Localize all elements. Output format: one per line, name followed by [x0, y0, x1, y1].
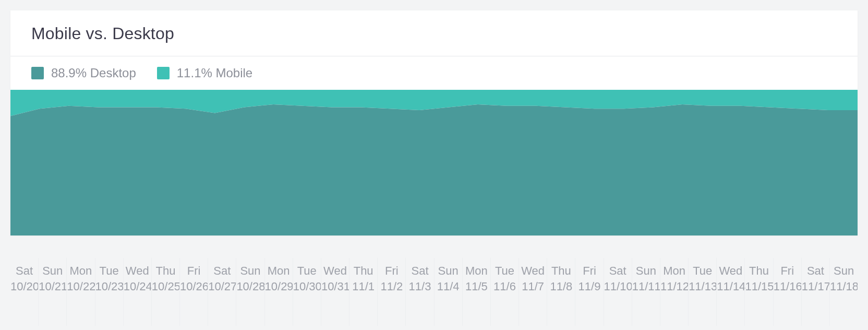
x-axis-tick: Tue10/30 [293, 258, 321, 326]
x-axis-tick: Wed11/14 [716, 258, 744, 326]
legend: 88.9% Desktop 11.1% Mobile [10, 56, 858, 90]
legend-label-mobile: 11.1% Mobile [177, 66, 252, 80]
x-axis-tick: Thu11/8 [547, 258, 575, 326]
card-header: Mobile vs. Desktop [10, 10, 858, 56]
stacked-area-chart [10, 90, 858, 235]
x-axis-tick: Wed10/31 [321, 258, 349, 326]
legend-label-desktop: 88.9% Desktop [51, 66, 136, 80]
x-axis-tick: Wed11/7 [519, 258, 547, 326]
x-axis-tick: Sat11/10 [604, 258, 632, 326]
x-axis-tick: Tue11/6 [490, 258, 519, 326]
x-axis-tick: Sat11/17 [801, 258, 829, 326]
x-axis-tick: Sun11/18 [829, 258, 858, 326]
x-axis-tick: Tue10/23 [95, 258, 123, 326]
x-axis-tick: Sat10/20 [10, 258, 38, 326]
x-axis-tick: Thu11/15 [744, 258, 773, 326]
x-axis-tick: Sun10/28 [236, 258, 264, 326]
x-axis-tick: Sun10/21 [38, 258, 66, 326]
legend-swatch-desktop [31, 67, 44, 79]
x-axis: Sat10/20Sun10/21Mon10/22Tue10/23Wed10/24… [10, 258, 858, 326]
x-axis-tick: Fri10/26 [179, 258, 208, 326]
x-axis-tick: Sat10/27 [208, 258, 236, 326]
x-axis-tick: Wed10/24 [123, 258, 151, 326]
chart-title: Mobile vs. Desktop [31, 24, 837, 43]
x-axis-tick: Mon10/22 [66, 258, 94, 326]
legend-item-desktop[interactable]: 88.9% Desktop [31, 66, 136, 80]
area-desktop [10, 104, 858, 235]
x-axis-tick: Mon10/29 [264, 258, 293, 326]
x-axis-tick: Sun11/11 [632, 258, 660, 326]
x-axis-tick: Thu11/1 [349, 258, 377, 326]
x-axis-tick: Fri11/2 [377, 258, 405, 326]
x-axis-tick: Mon11/12 [660, 258, 688, 326]
x-axis-tick: Thu10/25 [151, 258, 179, 326]
x-axis-tick: Tue11/13 [688, 258, 716, 326]
chart-card: Mobile vs. Desktop 88.9% Desktop 11.1% M… [10, 10, 858, 235]
legend-item-mobile[interactable]: 11.1% Mobile [157, 66, 252, 80]
x-axis-tick: Fri11/9 [575, 258, 603, 326]
x-axis-tick: Sun11/4 [434, 258, 462, 326]
legend-swatch-mobile [157, 67, 170, 79]
x-axis-tick: Mon11/5 [462, 258, 490, 326]
x-axis-tick: Fri11/16 [773, 258, 801, 326]
x-axis-tick: Sat11/3 [405, 258, 433, 326]
